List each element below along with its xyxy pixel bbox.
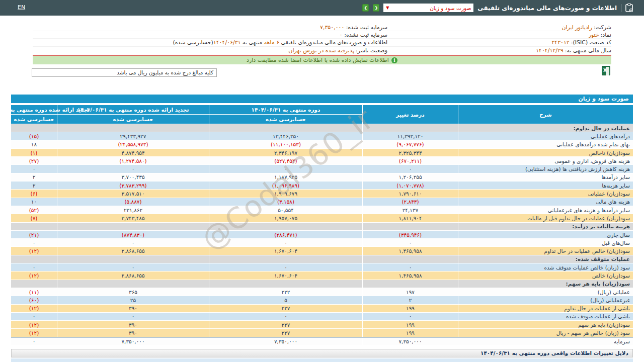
column-subheader-audited-3: حسابرسی شده xyxy=(11,115,57,124)
value-restated-midyear: (۱,۰۹۶,۹۸۹) xyxy=(209,182,362,189)
info-row: شرکت:رادیاتور ایران xyxy=(387,24,611,31)
value-percent-change: (۱۲) xyxy=(11,321,57,328)
info-row: اطلاعات و صورت‌های مالی میاندوره‌ای تلفی… xyxy=(33,39,387,46)
row-label: ناشی از عملیات در حال تداوم xyxy=(458,305,633,312)
empty-cell xyxy=(209,124,362,132)
table-row: سرمایه۷,۳۵۰,۰۰۰۷,۳۵۰,۰۰۰۷,۳۵۰,۰۰۰۰ xyxy=(11,337,633,345)
row-label: سود(زیان) عملیاتی xyxy=(458,190,633,197)
value-percent-change: ۲ xyxy=(11,173,57,181)
table-body: عملیات در حال تداوم:درآمدهای عملیاتی۱۱,۳… xyxy=(11,124,633,345)
value-percent-change: ۰ xyxy=(11,313,57,320)
income-statement-table: صورت سود و زیان شرح دوره منتهی به ۱۴۰۴/۰… xyxy=(11,95,633,345)
value-percent-change: ۰ xyxy=(11,165,57,172)
top-bar: EN اطلاعات و صورت‌های مالی میاندوره‌ای ت… xyxy=(0,0,644,16)
table-row: غیرعملیاتی (ریال)۲۵۲۵(۶۰) xyxy=(11,296,633,304)
value-restated-yearend: (۲۴,۵۵۸,۹۷۳) xyxy=(57,141,209,148)
empty-cell xyxy=(363,124,458,132)
value-restated-yearend: (۸۷۴,۸۳۰) xyxy=(57,231,209,238)
row-label: سود(زیان) پایه هر سهم xyxy=(458,321,633,328)
row-label: سایر درآمدها و هزینه های غیرعملیاتی xyxy=(458,206,633,214)
value-restated-midyear: ۷,۳۵۰,۰۰۰ xyxy=(209,338,362,345)
section-header-row: عملیات متوقف شده: xyxy=(11,255,633,263)
value-percent-change: ۱۰ xyxy=(11,198,57,206)
section-header-row: هزینه مالیات بر درآمد: xyxy=(11,223,633,230)
info-row: سرمایه ثبت شده: ۷,۳۵۰,۰۰۰ xyxy=(33,24,387,31)
table-row: بهای تمام شده درآمدهای عملیاتی(۹,۰۶۷,۷۷۶… xyxy=(11,141,633,148)
language-toggle-en[interactable]: EN xyxy=(18,4,25,11)
info-row: سال مالی منتهی به:۱۴۰۴/۱۲/۲۹ xyxy=(387,47,611,54)
value-restated-yearend: ۲۵ xyxy=(57,296,209,304)
value-percent-change: ۰ xyxy=(11,263,57,271)
value-restated-yearend: ۰ xyxy=(57,263,209,271)
value-restated-midyear: ۱,۱۸۷,۹۲۵ xyxy=(209,173,362,181)
table-row: سود (زیان) خالص هر سهم - ریال۱۹۹۲۲۷۳۹۰(۱… xyxy=(11,329,633,336)
row-label: سایر درآمدها xyxy=(458,173,633,181)
prev-report-button[interactable]: ❯ xyxy=(362,4,369,12)
row-label: عملیات در حال تداوم: xyxy=(458,124,633,132)
report-type-select[interactable]: صورت سود و زیان ▼ xyxy=(383,4,473,12)
value-current-period: ۰ xyxy=(363,313,458,320)
value-percent-change: (۱) xyxy=(11,149,57,156)
company-info-left-column: سرمایه ثبت شده: ۷,۳۵۰,۰۰۰سرمایه ثبت نشده… xyxy=(33,24,387,54)
value-restated-midyear: ۵ xyxy=(209,296,362,304)
table-row: ناشی از عملیات در حال تداوم۱۹۹۲۲۷۳۹۰(۱۲) xyxy=(11,305,633,312)
row-label: عملیاتی (ریال) xyxy=(458,288,633,296)
empty-cell xyxy=(57,280,209,288)
value-percent-change: ۱۸ xyxy=(11,141,57,148)
value-restated-yearend: ۳,۷۰۰,۴۳۵ xyxy=(57,173,209,181)
row-label: سود(زیان) عملیات در حال تداوم قبل از مال… xyxy=(458,214,633,222)
value-restated-midyear: ۱,۹۰۹,۶۷۹ xyxy=(209,190,362,197)
changes-reasons-bar[interactable]: دلایل تغییرات اطلاعات واقعی دوره منتهی ب… xyxy=(11,349,633,357)
value-percent-change: (۱۲) xyxy=(11,247,57,254)
value-current-period: ۱,۲۰۶,۲۵۵ xyxy=(363,173,458,181)
table-row: سال‌های قبل۰۰۰۰ xyxy=(11,239,633,246)
signature-match-banner: i اطلاعات نمایش داده شده با اطلاعات امضا… xyxy=(33,56,611,64)
table-row: ناشی از عملیات متوقف شده۰۰۰۰ xyxy=(11,313,633,320)
excel-export-icon[interactable]: X xyxy=(602,66,610,75)
value-current-period: ۲,۳۲۵,۳۴۴ xyxy=(363,149,458,156)
empty-cell xyxy=(363,280,458,288)
empty-cell xyxy=(11,124,57,132)
row-label: هزینه های مالی xyxy=(458,198,633,206)
value-percent-change: (۵۲) xyxy=(11,206,57,214)
value-restated-yearend: ۲۹,۴۳۳,۹۲۷ xyxy=(57,132,209,140)
value-restated-midyear: ۰ xyxy=(209,263,362,271)
value-percent-change: (۱۲) xyxy=(11,305,57,312)
table-title: صورت سود و زیان xyxy=(11,95,633,103)
table-row: سال جاری(۳۴۵,۹۴۶)(۲۸۶,۴۷۱)(۸۷۴,۸۳۰)(۲۱) xyxy=(11,231,633,238)
value-restated-midyear: ۱,۹۵۷,۰۷۵ xyxy=(209,214,362,222)
empty-cell xyxy=(11,223,57,230)
value-current-period: ۰ xyxy=(363,239,458,246)
value-restated-yearend: ۲,۸۶۸,۶۵۵ xyxy=(57,247,209,254)
value-restated-yearend: ۲۳۱,۸۶۲ xyxy=(57,206,209,214)
value-restated-midyear: ۲۲۲ xyxy=(209,288,362,296)
empty-cell xyxy=(57,124,209,132)
table-row: عملیاتی (ریال)۱۹۷۲۲۲۳۶۵(۱۱) xyxy=(11,288,633,296)
value-percent-change: (۱۵) xyxy=(11,132,57,140)
next-report-button[interactable]: ❮ xyxy=(373,4,379,12)
value-restated-midyear: ۲۲۷ xyxy=(209,329,362,336)
info-row: کد صنعت (ISIC):۳۴۳۰۱۲ xyxy=(387,39,611,46)
table-row: هزینه کاهش ارزش دریافتنی ها (هزینه استثن… xyxy=(11,165,633,172)
value-percent-change: ۰ xyxy=(11,338,57,345)
row-label: غیرعملیاتی (ریال) xyxy=(458,296,633,304)
value-restated-midyear: (۳,۱۵۸) xyxy=(209,198,362,206)
value-current-period: ۲ xyxy=(363,296,458,304)
value-current-period: (۱,۰۷۰,۷۷۸) xyxy=(363,182,458,189)
row-label: عملیات متوقف شده: xyxy=(458,255,633,263)
value-current-period: ۱۱,۳۹۳,۱۲۰ xyxy=(363,132,458,140)
column-subheader-audited-1: حسابرسی شده xyxy=(209,115,362,124)
value-restated-midyear: ۲۲۷ xyxy=(209,305,362,312)
column-header-restated-yearend: تجدید ارائه شده دوره منتهی به ۱۴۰۳/۱۲/۳۰ xyxy=(11,105,57,114)
row-label: ناشی از عملیات متوقف شده xyxy=(458,313,633,320)
value-restated-yearend: ۰ xyxy=(57,239,209,246)
value-percent-change: (۲۱) xyxy=(11,231,57,238)
empty-cell xyxy=(209,280,362,288)
value-current-period: ۱,۸۱۱,۹۰۴ xyxy=(363,214,458,222)
row-label: سود(زیان) ناخالص xyxy=(458,149,633,156)
row-label: سود (زیان) خالص هر سهم - ریال xyxy=(458,329,633,336)
empty-cell xyxy=(11,255,57,263)
column-header-description: شرح xyxy=(458,105,633,124)
info-row: سرمایه ثبت نشده: ۰ xyxy=(33,31,387,39)
value-restated-midyear: ۲,۳۴۶,۱۹۷ xyxy=(209,149,362,156)
